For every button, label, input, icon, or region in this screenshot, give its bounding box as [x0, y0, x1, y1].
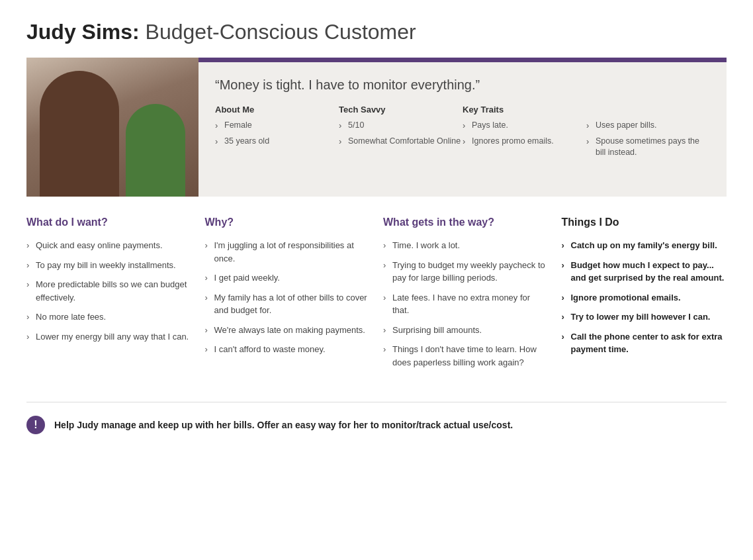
page-title: Judy Sims: Budget-Conscious Customer [26, 20, 727, 44]
meta-key-traits-2: Uses paper bills. Spouse sometimes pays … [586, 105, 710, 163]
hero-section: “Money is tight. I have to monitor every… [26, 58, 727, 197]
tech-savvy-item-1: 5/10 [339, 120, 463, 132]
things-list: Catch up on my family's energy bill. Bud… [562, 239, 727, 356]
meta-key-traits: Key Traits Pays late. Ignores promo emai… [463, 105, 586, 163]
col-obstacles: What gets in the way? Time. I work a lot… [383, 216, 549, 375]
hero-bar-accent [199, 58, 727, 62]
key-traits-item-1: Pays late. [463, 120, 586, 132]
col-want: What do I want? Quick and easy online pa… [26, 216, 192, 375]
why-item-3: My family has a lot of other bills to co… [205, 291, 371, 317]
meta-key-traits-2-list: Uses paper bills. Spouse sometimes pays … [586, 120, 710, 159]
things-item-3: Ignore promotional emails. [562, 291, 727, 304]
things-item-5: Call the phone center to ask for extra p… [562, 330, 727, 356]
why-list: I'm juggling a lot of responsibilities a… [205, 239, 371, 356]
hero-info: “Money is tight. I have to monitor every… [199, 58, 727, 197]
meta-tech-savvy-heading: Tech Savvy [339, 105, 463, 115]
want-list: Quick and easy online payments. To pay m… [26, 239, 192, 343]
meta-tech-savvy: Tech Savvy 5/10 Somewhat Comfortable Onl… [339, 105, 463, 163]
obstacles-list: Time. I work a lot. Trying to budget my … [383, 239, 549, 369]
photo-inner [26, 58, 199, 197]
obstacles-item-4: Surprising bill amounts. [383, 324, 549, 337]
title-bold: Judy Sims: [26, 20, 140, 44]
key-traits-2-item-2: Spouse sometimes pays the bill instead. [586, 136, 710, 159]
want-item-5: Lower my energy bill any way that I can. [26, 330, 192, 344]
hero-meta: About Me Female 35 years old Tech Savvy … [215, 105, 710, 163]
meta-key-traits-list: Pays late. Ignores promo emails. [463, 120, 586, 147]
figure-adult [40, 71, 119, 197]
meta-key-traits-2-heading [586, 105, 710, 115]
meta-about-me-list: Female 35 years old [215, 120, 339, 147]
things-item-2: Budget how much I expect to pay... and g… [562, 259, 727, 285]
why-item-1: I'm juggling a lot of responsibilities a… [205, 239, 371, 265]
meta-about-me-heading: About Me [215, 105, 339, 115]
why-item-2: I get paid weekly. [205, 271, 371, 285]
why-item-4: We're always late on making payments. [205, 324, 371, 337]
notice-text: Help Judy manage and keep up with her bi… [54, 420, 513, 430]
col-why: Why? I'm juggling a lot of responsibilit… [205, 216, 371, 375]
title-normal: Budget-Conscious Customer [140, 20, 416, 44]
key-traits-item-2: Ignores promo emails. [463, 136, 586, 148]
things-heading: Things I Do [562, 216, 727, 228]
obstacles-heading: What gets in the way? [383, 216, 549, 228]
persona-photo [26, 58, 199, 197]
want-item-3: More predictable bills so we can budget … [26, 278, 192, 304]
about-me-item-1: Female [215, 120, 339, 132]
notice-icon: ! [26, 416, 45, 434]
obstacles-item-5: Things I don't have time to learn. How d… [383, 343, 549, 369]
want-heading: What do I want? [26, 216, 192, 228]
obstacles-item-3: Late fees. I have no extra money for tha… [383, 291, 549, 317]
col-things-i-do: Things I Do Catch up on my family's ener… [562, 216, 727, 375]
why-heading: Why? [205, 216, 371, 228]
things-item-4: Try to lower my bill however I can. [562, 310, 727, 324]
key-traits-2-item-1: Uses paper bills. [586, 120, 710, 132]
meta-key-traits-heading: Key Traits [463, 105, 586, 115]
hero-quote: “Money is tight. I have to monitor every… [215, 77, 710, 93]
things-item-1: Catch up on my family's energy bill. [562, 239, 727, 252]
about-me-item-2: 35 years old [215, 136, 339, 148]
want-item-1: Quick and easy online payments. [26, 239, 192, 252]
footer-notice: ! Help Judy manage and keep up with her … [26, 402, 727, 434]
obstacles-item-2: Trying to budget my weekly paycheck to p… [383, 259, 549, 285]
want-item-4: No more late fees. [26, 310, 192, 324]
figure-child [126, 104, 185, 197]
tech-savvy-item-2: Somewhat Comfortable Online [339, 136, 463, 148]
obstacles-item-1: Time. I work a lot. [383, 239, 549, 252]
main-grid: What do I want? Quick and easy online pa… [26, 216, 727, 375]
want-item-2: To pay my bill in weekly installments. [26, 259, 192, 272]
why-item-5: I can't afford to waste money. [205, 343, 371, 356]
meta-tech-savvy-list: 5/10 Somewhat Comfortable Online [339, 120, 463, 147]
meta-about-me: About Me Female 35 years old [215, 105, 339, 163]
